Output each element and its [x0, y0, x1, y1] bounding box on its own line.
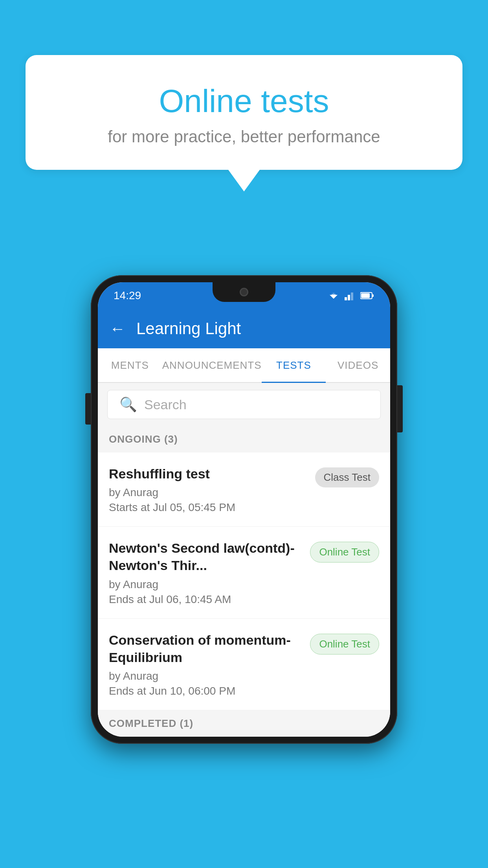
test-author-2: by Anurag — [109, 578, 302, 591]
search-input[interactable]: Search — [144, 397, 187, 412]
status-time: 14:29 — [114, 289, 141, 302]
battery-icon — [360, 292, 374, 300]
tab-ments[interactable]: MENTS — [98, 348, 162, 382]
app-bar: ← Learning Light — [98, 309, 390, 348]
test-item-3[interactable]: Conservation of momentum-Equilibrium by … — [98, 619, 390, 710]
notch — [213, 282, 275, 302]
test-info-2: Newton's Second law(contd)-Newton's Thir… — [109, 539, 310, 605]
wifi-icon — [327, 291, 340, 300]
camera-icon — [240, 288, 248, 296]
svg-marker-2 — [332, 293, 335, 294]
test-list: Reshuffling test by Anurag Starts at Jul… — [98, 452, 390, 710]
search-icon: 🔍 — [119, 396, 137, 413]
svg-rect-7 — [372, 294, 374, 297]
search-bar[interactable]: 🔍 Search — [107, 390, 381, 419]
test-name-1: Reshuffling test — [109, 465, 307, 482]
phone-outer: 14:29 — [91, 275, 397, 744]
tab-announcements[interactable]: ANNOUNCEMENTS — [162, 348, 262, 382]
test-time-2: Ends at Jul 06, 10:45 AM — [109, 593, 302, 606]
tab-bar: MENTS ANNOUNCEMENTS TESTS VIDEOS — [98, 348, 390, 383]
status-icons — [327, 291, 374, 300]
speech-bubble-tail — [228, 170, 260, 191]
badge-online-test-3: Online Test — [310, 634, 379, 655]
svg-rect-4 — [348, 295, 350, 300]
search-bar-container: 🔍 Search — [98, 383, 390, 426]
test-info-1: Reshuffling test by Anurag Starts at Jul… — [109, 465, 315, 514]
test-item-1[interactable]: Reshuffling test by Anurag Starts at Jul… — [98, 452, 390, 527]
svg-rect-8 — [361, 293, 370, 298]
test-name-3: Conservation of momentum-Equilibrium — [109, 631, 302, 666]
test-item-2[interactable]: Newton's Second law(contd)-Newton's Thir… — [98, 527, 390, 618]
tab-videos[interactable]: VIDEOS — [326, 348, 390, 382]
speech-bubble: Online tests for more practice, better p… — [26, 55, 462, 170]
test-name-2: Newton's Second law(contd)-Newton's Thir… — [109, 539, 302, 574]
signal-icon — [345, 291, 356, 300]
test-time-3: Ends at Jun 10, 06:00 PM — [109, 685, 302, 697]
svg-rect-5 — [351, 292, 353, 300]
completed-title: COMPLETED (1) — [109, 717, 193, 729]
test-author-3: by Anurag — [109, 670, 302, 682]
phone-container: 14:29 — [91, 275, 397, 744]
phone-screen: 14:29 — [98, 282, 390, 737]
app-bar-title: Learning Light — [136, 319, 241, 338]
ongoing-title: ONGOING (3) — [109, 433, 178, 445]
back-button[interactable]: ← — [110, 320, 125, 338]
completed-section-header: COMPLETED (1) — [98, 710, 390, 737]
speech-bubble-subtitle: for more practice, better performance — [49, 127, 439, 146]
test-author-1: by Anurag — [109, 486, 307, 499]
tab-tests[interactable]: TESTS — [262, 348, 326, 382]
badge-class-test-1: Class Test — [315, 467, 379, 487]
ongoing-section-header: ONGOING (3) — [98, 426, 390, 452]
speech-bubble-title: Online tests — [49, 83, 439, 120]
speech-bubble-container: Online tests for more practice, better p… — [26, 55, 462, 191]
svg-rect-3 — [345, 297, 347, 300]
test-info-3: Conservation of momentum-Equilibrium by … — [109, 631, 310, 697]
test-time-1: Starts at Jul 05, 05:45 PM — [109, 501, 307, 514]
status-bar: 14:29 — [98, 282, 390, 309]
badge-online-test-2: Online Test — [310, 542, 379, 563]
